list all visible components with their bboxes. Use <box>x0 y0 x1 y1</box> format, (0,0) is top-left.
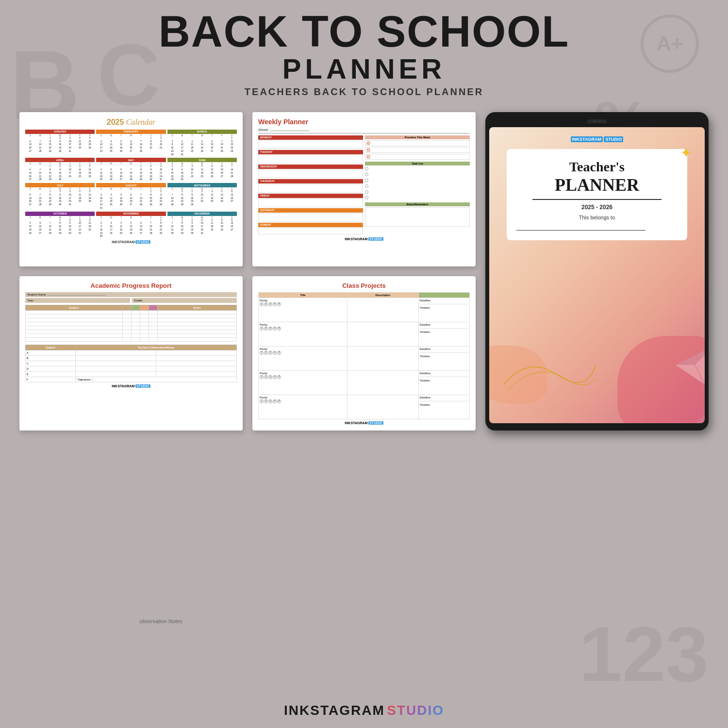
priority-circles-5: 12345 <box>260 399 346 403</box>
signature-label: Signature: <box>77 377 93 382</box>
priority-label-5: Priority: <box>260 396 346 399</box>
th-col3 <box>131 305 140 310</box>
month-header-jul: JULY <box>25 183 95 187</box>
priority-label-2: Priority: <box>260 323 346 326</box>
p-circle-5: 5 <box>277 302 281 306</box>
calendar-title: 2025 Calendar <box>25 118 237 127</box>
project-title-2: Priority: 12345 <box>259 322 347 346</box>
project-desc-2 <box>347 322 418 346</box>
table-row <box>26 330 237 333</box>
academic-brand-colored: STUDIO <box>135 384 150 388</box>
priority-label-4: Priority: <box>260 372 346 375</box>
project-row-2: Priority: 12345 Deadline: Timeline: <box>259 322 470 346</box>
th-col2 <box>122 305 131 310</box>
day-monday: MONDAY <box>258 135 363 149</box>
project-desc-1 <box>347 298 418 322</box>
priority-circle-2: 2 <box>366 148 370 152</box>
day-wednesday: WEDNESDAY <box>258 165 363 178</box>
month-header-dec: DECEMBER <box>167 212 237 216</box>
cp-th-deadline <box>418 292 469 298</box>
student-name-label: Student Name: <box>27 293 47 296</box>
title-line2: PLANNER <box>0 53 728 84</box>
student-name-field: Student Name: <box>25 292 237 297</box>
camera-dot-1 <box>594 120 596 122</box>
calendar-brand-colored: STUDIO <box>135 240 150 244</box>
project-deadline-5: Deadline: Timeline: <box>418 395 469 419</box>
paper-plane-icon <box>676 346 705 384</box>
tablet-divider <box>532 199 662 200</box>
academic-title: Academic Progress Report <box>25 282 237 289</box>
weekly-week-line: Week: <box>258 128 470 133</box>
day-label-wednesday: WEDNESDAY <box>258 165 363 169</box>
project-deadline-1: Deadline: Timeline: <box>418 298 469 322</box>
month-header-feb: FEBRUARY <box>96 130 165 134</box>
cp-th-description: Description <box>347 292 418 298</box>
priority-circles-2: 12345 <box>260 327 346 331</box>
priority-2: 2 <box>365 147 470 153</box>
day-sunday: SUNDAY <box>258 223 363 234</box>
notes-area <box>365 207 470 227</box>
main-header: BACK TO SCHOOL PLANNER TEACHERS BACK TO … <box>0 0 728 98</box>
priority-label-3: Priority: <box>260 347 346 350</box>
tablet-content-card: ✦ Teacher's PLANNER 2025 - 2026 This bel… <box>507 149 688 241</box>
calendar-script: Calendar <box>126 118 155 126</box>
task-1 <box>365 166 470 171</box>
month-header-sep: SEPTEMBER <box>167 183 237 187</box>
day-thursday: THURSDAY <box>258 179 363 193</box>
deadline-label-1: Deadline: <box>420 299 468 302</box>
month-header-may: MAY <box>96 158 165 162</box>
project-desc-5 <box>347 395 418 419</box>
th-col5 <box>149 305 157 310</box>
bottom-th-subject: Subject <box>26 345 76 350</box>
camera-dot-2 <box>598 120 600 122</box>
calendar-year: 2025 <box>107 118 124 126</box>
table-row <box>26 322 237 326</box>
month-jul: JULY SMTWTFS 12345 6789101112 1314151617… <box>25 183 95 210</box>
th-subject: Subject <box>26 305 123 310</box>
table-row <box>26 318 237 322</box>
weekly-brand-text: INKSTAGRAM <box>345 237 367 241</box>
priority-circles-4: 12345 <box>260 375 346 379</box>
month-dec: DECEMBER SMTWTFS 123456 78910111213 1415… <box>167 212 237 239</box>
table-row <box>26 326 237 330</box>
project-deadline-2: Deadline: Timeline: <box>418 322 469 346</box>
bottom-brand-studio: STUDIO <box>387 703 444 718</box>
bottom-row-b: B <box>26 355 237 361</box>
academic-bottom-table: Subject Teacher's Observation/Notes A B … <box>25 345 237 382</box>
month-jan: JANUARY SMTWTFS 12345 6789101112 1314151… <box>25 130 95 157</box>
month-feb: FEBRUARY SMTWTFS 12 3456789 101112131415… <box>96 130 165 157</box>
projects-brand: INKSTAGRAM STUDIO <box>258 421 470 425</box>
table-row <box>26 333 237 337</box>
month-header-oct: OCTOBER <box>25 212 95 216</box>
month-header-aug: AUGUST <box>96 183 165 187</box>
tablet-year: 2025 - 2026 <box>516 204 678 211</box>
project-row-4: Priority: 12345 Deadline: Timeline: <box>259 370 470 395</box>
month-nov: NOVEMBER SMTWTFS 1 2345678 9101112131415… <box>96 212 165 239</box>
task-3 <box>365 178 470 183</box>
tablet-screen: INKSTAGRAM STUDIO ✦ Teacher's PLANNER 20… <box>489 127 705 423</box>
tablet-brand-text: INKSTAGRAM <box>571 136 603 142</box>
bottom-row-a: A <box>26 350 237 355</box>
notes-header: Notes/Reminders <box>365 202 470 206</box>
priority-circle-3: 3 <box>366 155 370 159</box>
grade-field: Grade: <box>132 298 237 303</box>
week-label: Week: <box>258 128 269 132</box>
tablet-teachers-text: Teacher's <box>516 159 678 175</box>
star-decoration: ✦ <box>680 144 692 161</box>
day-lines-saturday <box>258 213 363 222</box>
year-label: Year: <box>27 299 34 302</box>
priority-3: 3 <box>365 154 470 160</box>
tablet-device: INKSTAGRAM STUDIO ✦ Teacher's PLANNER 20… <box>485 112 709 430</box>
month-header-jun: JUNE <box>167 158 237 162</box>
weekly-brand: INKSTAGRAM STUDIO <box>258 237 470 241</box>
project-deadline-3: Deadline: Timeline: <box>418 346 469 370</box>
year-grade-row: Year: Grade: <box>25 298 237 303</box>
task-4 <box>365 184 470 189</box>
title-subtitle: TEACHERS BACK TO SCHOOL PLANNER <box>0 86 728 98</box>
bottom-row-f: F Signature: <box>26 377 237 382</box>
priority-label-1: Priority: <box>260 299 346 302</box>
p-circle-3: 3 <box>268 302 272 306</box>
p-circle-4: 4 <box>273 302 277 306</box>
project-desc-3 <box>347 346 418 370</box>
projects-brand-colored: STUDIO <box>368 421 383 425</box>
